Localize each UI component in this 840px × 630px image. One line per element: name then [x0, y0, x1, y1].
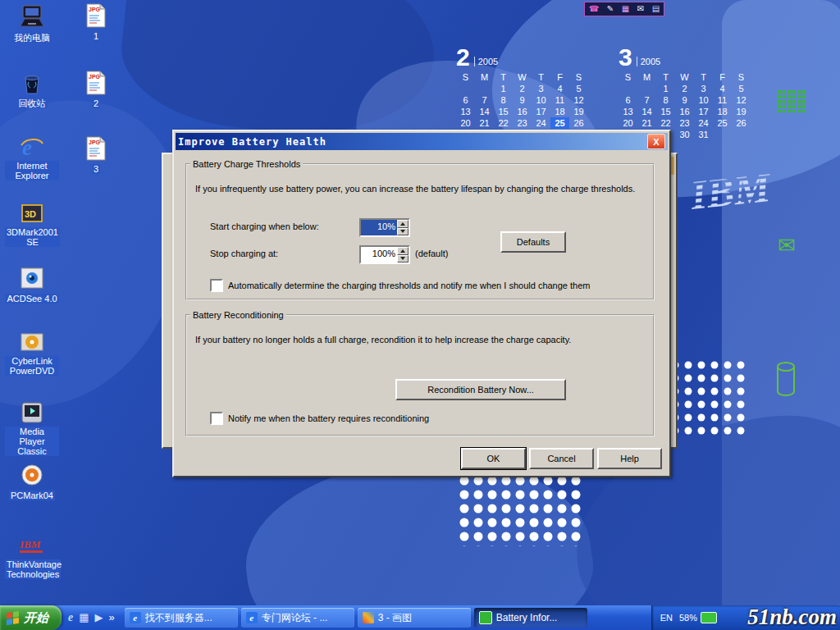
- dialog-titlebar[interactable]: Improve Battery Health X: [176, 133, 668, 150]
- calendar-day[interactable]: 17: [532, 106, 550, 117]
- show-desktop-icon[interactable]: ▦: [79, 611, 89, 624]
- calendar-day[interactable]: 7: [475, 94, 494, 106]
- calendar-day[interactable]: 21: [475, 117, 494, 129]
- help-button[interactable]: Help: [597, 448, 662, 469]
- calendar-day[interactable]: 6: [619, 94, 637, 106]
- mail-icon[interactable]: ✉: [637, 2, 644, 16]
- desktop-toolbar[interactable]: ☎ ✎ ▦ ✉ ▤: [584, 2, 664, 16]
- calendar-day[interactable]: 20: [456, 117, 475, 129]
- start-threshold-value[interactable]: 10%: [361, 220, 397, 235]
- taskbar-task[interactable]: 3 - 画图: [358, 608, 471, 628]
- calendar-day[interactable]: 9: [675, 94, 694, 106]
- desktop-icon-media-player-classic[interactable]: Media Player Classic: [5, 399, 59, 458]
- calendar-day[interactable]: 15: [656, 106, 675, 117]
- calendar-day[interactable]: 11: [713, 94, 732, 106]
- calendar-day[interactable]: 4: [550, 83, 569, 94]
- calendar-day[interactable]: 14: [475, 106, 494, 117]
- desktop-icon-pcmark[interactable]: PCMark04: [5, 461, 59, 502]
- keyboard-icon[interactable]: ▤: [652, 2, 660, 16]
- spin-up-icon[interactable]: [397, 247, 409, 255]
- calendar-day[interactable]: 24: [532, 117, 550, 129]
- stop-threshold-input[interactable]: 100%: [359, 245, 410, 264]
- calendar-day[interactable]: 10: [694, 94, 713, 106]
- calendar-day[interactable]: 26: [732, 117, 751, 129]
- calendar-day[interactable]: 18: [550, 106, 569, 117]
- taskbar-task[interactable]: e专门网论坛 - ...: [241, 608, 354, 628]
- jpg-file-icon[interactable]: JPG1: [74, 2, 118, 43]
- calendar-day[interactable]: 12: [569, 94, 588, 106]
- calendar-day[interactable]: 23: [675, 117, 694, 129]
- calendar-day[interactable]: 9: [513, 94, 532, 106]
- calendar-day[interactable]: 5: [732, 83, 751, 94]
- calendar-day[interactable]: 13: [456, 106, 475, 117]
- calendar-day[interactable]: 24: [694, 117, 713, 129]
- calendar-day[interactable]: 20: [619, 117, 637, 129]
- cancel-button[interactable]: Cancel: [529, 448, 594, 469]
- calendar-day[interactable]: 8: [494, 94, 513, 106]
- taskbar-task[interactable]: Battery Infor...: [474, 608, 587, 628]
- calendar-day[interactable]: 16: [513, 106, 532, 117]
- desktop-icon-internet-explorer[interactable]: eInternet Explorer: [5, 133, 59, 182]
- calendar-day[interactable]: 22: [656, 117, 675, 129]
- ok-button[interactable]: OK: [461, 448, 526, 469]
- media-quicklaunch-icon[interactable]: ▶: [95, 611, 103, 624]
- phone-icon[interactable]: ☎: [589, 2, 599, 16]
- defaults-button[interactable]: Defaults: [500, 231, 566, 253]
- stop-threshold-value[interactable]: 100%: [361, 247, 397, 262]
- calendar-day[interactable]: 14: [637, 106, 656, 117]
- calendar-day-selected[interactable]: 25: [550, 117, 569, 129]
- calendar-day[interactable]: 22: [494, 117, 513, 129]
- desktop-icon-powerdvd[interactable]: CyberLink PowerDVD: [5, 328, 59, 377]
- desktop-icon-thinkvantage[interactable]: IBMThinkVantage Technologies: [5, 532, 59, 581]
- ie-quicklaunch-icon[interactable]: e: [68, 611, 73, 624]
- calendar-day[interactable]: 17: [694, 106, 713, 117]
- calendar-day[interactable]: 26: [569, 117, 588, 129]
- monitor-icon[interactable]: ▦: [622, 2, 629, 16]
- calendar-day[interactable]: 4: [713, 83, 732, 94]
- start-button[interactable]: 开始: [0, 605, 62, 630]
- calendar-day[interactable]: 23: [513, 117, 532, 129]
- desktop-icon-acdsee[interactable]: ACDSee 4.0: [5, 264, 59, 305]
- calendar-day[interactable]: 12: [732, 94, 751, 106]
- calendar-day[interactable]: 2: [513, 83, 532, 94]
- jpg-file-icon[interactable]: JPG2: [74, 69, 118, 110]
- calendar-day[interactable]: 30: [675, 129, 694, 140]
- calendar-day[interactable]: 21: [637, 117, 656, 129]
- calendar-day[interactable]: 11: [550, 94, 569, 106]
- spin-down-icon[interactable]: [397, 228, 409, 236]
- taskbar-task[interactable]: e找不到服务器...: [125, 608, 238, 628]
- chevron-more-icon[interactable]: »: [109, 611, 115, 624]
- calendar-day[interactable]: 13: [619, 106, 637, 117]
- battery-tray-indicator[interactable]: 58%: [679, 612, 717, 623]
- calendar-day[interactable]: 1: [494, 83, 513, 94]
- calendar-day[interactable]: 25: [713, 117, 732, 129]
- notify-reconditioning-checkbox[interactable]: [210, 412, 223, 425]
- calendar-day[interactable]: 3: [532, 83, 550, 94]
- spin-up-icon[interactable]: [397, 220, 409, 228]
- recondition-battery-button[interactable]: Recondition Battery Now...: [395, 379, 566, 400]
- calendar-day[interactable]: 5: [569, 83, 588, 94]
- close-icon[interactable]: X: [647, 134, 665, 149]
- calendar-day[interactable]: 31: [694, 129, 713, 140]
- desktop-icon-my-computer[interactable]: 我的电脑: [5, 3, 59, 44]
- calendar-day[interactable]: 1: [656, 83, 675, 94]
- calendar-day[interactable]: 8: [656, 94, 675, 106]
- calendar-day[interactable]: 18: [713, 106, 732, 117]
- calendar-day[interactable]: 19: [732, 106, 751, 117]
- calendar-day[interactable]: 16: [675, 106, 694, 117]
- auto-determine-checkbox[interactable]: [210, 279, 223, 292]
- desktop-icon-recycle-bin[interactable]: 回收站: [5, 69, 59, 110]
- calendar-day[interactable]: 2: [675, 83, 694, 94]
- desktop-icon-3dmark[interactable]: 3D3DMark2001 SE: [5, 199, 59, 249]
- calendar-day[interactable]: 3: [694, 83, 713, 94]
- calendar-day[interactable]: 15: [494, 106, 513, 117]
- calendar-day[interactable]: 6: [456, 94, 475, 106]
- jpg-file-icon[interactable]: JPG3: [74, 135, 118, 176]
- start-threshold-input[interactable]: 10%: [359, 218, 410, 237]
- calendar-day[interactable]: 19: [569, 106, 588, 117]
- pen-icon[interactable]: ✎: [607, 2, 614, 16]
- calendar-day[interactable]: 7: [637, 94, 656, 106]
- calendar-day[interactable]: 10: [532, 94, 550, 106]
- language-indicator[interactable]: EN: [660, 613, 673, 623]
- spin-down-icon[interactable]: [397, 255, 409, 263]
